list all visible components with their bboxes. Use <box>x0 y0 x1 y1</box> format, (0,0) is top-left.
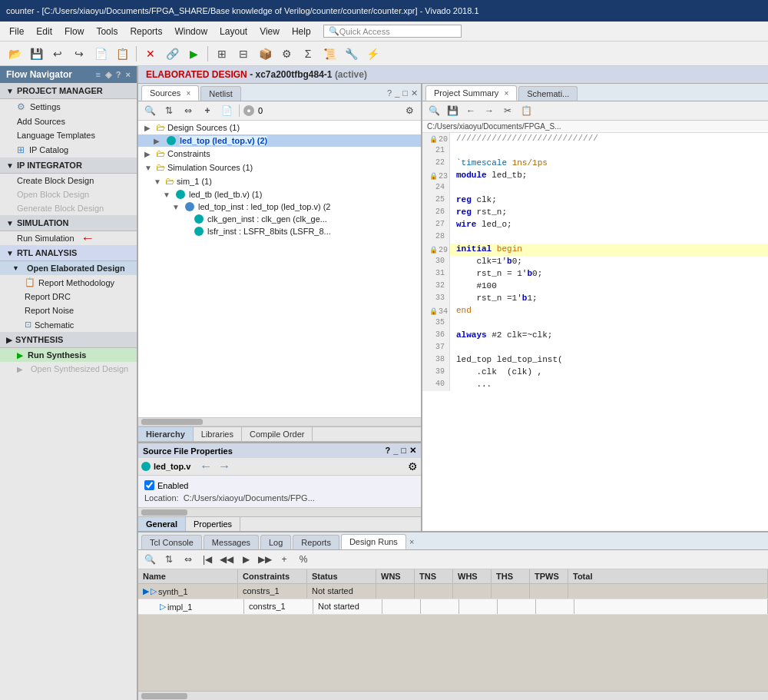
sfp-help[interactable]: ? <box>385 446 390 456</box>
help-icon[interactable]: ? <box>116 70 121 80</box>
bt-play[interactable]: ▶ <box>237 552 254 567</box>
ps-fwd-btn[interactable]: → <box>481 103 498 118</box>
tab-help-icon[interactable]: ? <box>387 88 392 98</box>
nav-report-methodology[interactable]: 📋 Report Methodology <box>0 275 137 290</box>
nav-section-rtl[interactable]: ▼ RTL ANALYSIS <box>0 245 137 261</box>
tab-compile-order[interactable]: Compile Order <box>242 427 313 441</box>
bt-percent[interactable]: % <box>295 552 312 567</box>
tab-hierarchy[interactable]: Hierarchy <box>138 427 194 441</box>
collapse-icon[interactable]: ≡ <box>95 70 100 80</box>
props-gear-btn[interactable]: ⚙ <box>408 460 418 473</box>
nav-language-templates[interactable]: Language Templates <box>0 128 137 142</box>
menu-help[interactable]: Help <box>286 25 317 38</box>
bit-btn[interactable]: 📦 <box>255 45 275 63</box>
menu-edit[interactable]: Edit <box>30 25 58 38</box>
run-synth-1[interactable]: ▶ ▷ synth_1 constrs_1 Not started <box>138 584 768 599</box>
sigma-btn[interactable]: Σ <box>298 45 318 63</box>
debug-btn[interactable]: 🔧 <box>341 45 361 63</box>
nav-report-drc[interactable]: Report DRC <box>0 290 137 304</box>
bt-search[interactable]: 🔍 <box>141 552 158 567</box>
script-btn[interactable]: 📜 <box>319 45 339 63</box>
nav-ip-catalog[interactable]: ⊞ IP Catalog <box>0 142 137 158</box>
menu-flow[interactable]: Flow <box>58 25 90 38</box>
menu-window[interactable]: Window <box>168 25 214 38</box>
bt-prev[interactable]: ◀◀ <box>218 552 235 567</box>
ps-save-btn[interactable]: 💾 <box>444 103 461 118</box>
undo-btn[interactable]: ↩ <box>48 45 68 63</box>
bt-next[interactable]: ▶▶ <box>257 552 273 567</box>
link-btn[interactable]: 🔗 <box>162 45 182 63</box>
tab-tcl-console[interactable]: Tcl Console <box>141 535 202 549</box>
sfp-close[interactable]: ✕ <box>409 446 416 456</box>
run-impl-1[interactable]: ▷ impl_1 constrs_1 Not started <box>138 599 768 615</box>
tree-clk-gen[interactable]: clk_gen_inst : clk_gen (clk_ge... <box>138 213 421 225</box>
tab-netlist[interactable]: Netlist <box>200 86 241 101</box>
menu-reports[interactable]: Reports <box>124 25 168 38</box>
src-file-btn[interactable]: 📄 <box>218 103 235 118</box>
tab-reports[interactable]: Reports <box>293 535 339 549</box>
ps-back-btn[interactable]: ← <box>462 103 479 118</box>
pin-icon[interactable]: ◈ <box>105 70 111 80</box>
close-icon[interactable]: × <box>126 70 131 80</box>
props-enabled-checkbox[interactable] <box>144 480 154 490</box>
props-fwd-btn[interactable]: → <box>218 459 230 473</box>
nav-settings[interactable]: ⚙ Settings <box>0 99 137 114</box>
nav-section-project-manager[interactable]: ▼ PROJECT MANAGER <box>0 83 137 99</box>
bt-collapse[interactable]: ⇔ <box>180 552 197 567</box>
tree-constraints[interactable]: ▶ 🗁 Constraints <box>138 147 421 161</box>
quickaccess-bar[interactable]: 🔍 Quick Access <box>323 25 462 38</box>
tree-lsfr[interactable]: lsfr_inst : LSFR_8bits (LSFR_8... <box>138 225 421 237</box>
menu-view[interactable]: View <box>253 25 286 38</box>
props-back-btn[interactable]: ← <box>200 459 212 473</box>
tab-schematic[interactable]: Schemati... <box>518 86 578 101</box>
impl-btn[interactable]: ⊟ <box>233 45 253 63</box>
synth-btn[interactable]: ⊞ <box>212 45 232 63</box>
tab-close-design-runs[interactable]: × <box>409 537 414 546</box>
bt-filter[interactable]: ⇅ <box>161 552 177 567</box>
tab-min-icon[interactable]: _ <box>395 88 399 98</box>
ps-copy-btn[interactable]: 📋 <box>518 103 535 118</box>
tree-led-top[interactable]: ▶ led_top (led_top.v) (2) <box>138 134 421 147</box>
nav-run-simulation[interactable]: Run Simulation ← <box>0 231 137 245</box>
tab-properties[interactable]: Properties <box>186 517 240 531</box>
run-btn[interactable]: ▶ <box>184 45 204 63</box>
open-btn[interactable]: 📂 <box>5 45 25 63</box>
tab-project-summary[interactable]: Project Summary × <box>425 85 517 101</box>
menu-file[interactable]: File <box>3 25 30 38</box>
bottom-scroll-thumb[interactable] <box>141 693 187 699</box>
tree-led-tb[interactable]: ▼ led_tb (led_tb.v) (1) <box>138 188 421 201</box>
tab-libraries[interactable]: Libraries <box>194 427 242 441</box>
src-search-btn[interactable]: 🔍 <box>141 103 158 118</box>
tab-design-runs[interactable]: Design Runs <box>341 534 406 549</box>
hscroll-thumb[interactable] <box>141 419 203 425</box>
save-btn[interactable]: 💾 <box>26 45 46 63</box>
ps-cut-btn[interactable]: ✂ <box>499 103 516 118</box>
nav-section-synthesis[interactable]: ▶ SYNTHESIS <box>0 332 137 348</box>
nav-run-synthesis[interactable]: ▶ Run Synthesis <box>0 348 137 362</box>
ps-close[interactable]: × <box>504 89 508 98</box>
tab-sources[interactable]: Sources × <box>141 85 199 101</box>
synth1-expand[interactable]: ▶ <box>143 586 149 596</box>
tab-log[interactable]: Log <box>260 535 291 549</box>
menu-tools[interactable]: Tools <box>90 25 124 38</box>
program-btn[interactable]: ⚡ <box>362 45 382 63</box>
sources-hscrollbar[interactable] <box>138 417 421 426</box>
tab-sources-close[interactable]: × <box>186 89 190 98</box>
menu-layout[interactable]: Layout <box>214 25 253 38</box>
settings-btn[interactable]: ⚙ <box>276 45 296 63</box>
src-filter-btn[interactable]: ⇅ <box>161 103 177 118</box>
tab-max-icon[interactable]: □ <box>402 88 408 98</box>
tree-led-top-inst[interactable]: ▼ led_top_inst : led_top (led_top.v) (2 <box>138 201 421 213</box>
code-view[interactable]: 🔒20 //////////////////////////// 21 22 `… <box>422 133 768 531</box>
nav-section-ip-integrator[interactable]: ▼ IP INTEGRATOR <box>0 158 137 174</box>
tab-messages[interactable]: Messages <box>204 535 259 549</box>
new-btn[interactable]: 📄 <box>91 45 111 63</box>
tab-general[interactable]: General <box>138 517 186 531</box>
props-scroll-thumb[interactable] <box>141 509 187 516</box>
nav-add-sources[interactable]: Add Sources <box>0 114 137 128</box>
props-hscrollbar[interactable] <box>138 507 421 516</box>
tree-sim1[interactable]: ▼ 🗁 sim_1 (1) <box>138 174 421 188</box>
src-collapse-btn[interactable]: ⇔ <box>180 103 197 118</box>
redo-btn[interactable]: ↪ <box>69 45 89 63</box>
nav-open-elab[interactable]: ▼ Open Elaborated Design <box>0 261 137 275</box>
